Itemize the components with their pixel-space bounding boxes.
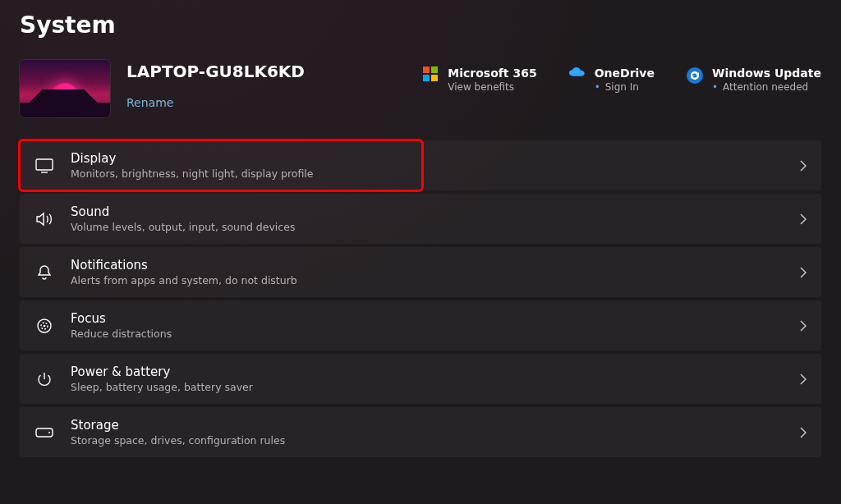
service-title: Microsoft 365	[448, 66, 536, 81]
settings-list: Display Monitors, brightness, night ligh…	[20, 140, 821, 457]
item-subtitle: Sleep, battery usage, battery saver	[71, 381, 253, 393]
settings-item-display[interactable]: Display Monitors, brightness, night ligh…	[20, 140, 821, 190]
settings-item-power[interactable]: Power & battery Sleep, battery usage, ba…	[20, 354, 821, 404]
bell-icon	[34, 264, 54, 281]
device-block: LAPTOP-GU8LK6KD Rename	[20, 60, 305, 117]
chevron-right-icon	[800, 427, 807, 438]
item-subtitle: Monitors, brightness, night light, displ…	[71, 167, 313, 180]
header-row: LAPTOP-GU8LK6KD Rename Microsoft 365 Vie…	[20, 60, 821, 117]
item-subtitle: Reduce distractions	[71, 328, 172, 340]
item-subtitle: Storage space, drives, configuration rul…	[71, 434, 285, 447]
device-name: LAPTOP-GU8LK6KD	[126, 62, 305, 81]
page-title: System	[20, 11, 821, 39]
settings-item-storage[interactable]: Storage Storage space, drives, configura…	[20, 407, 821, 457]
service-onedrive[interactable]: OneDrive Sign In	[568, 66, 655, 94]
service-title: OneDrive	[595, 66, 655, 81]
onedrive-icon	[568, 66, 586, 80]
item-subtitle: Volume levels, output, input, sound devi…	[71, 221, 295, 233]
service-title: Windows Update	[712, 66, 821, 81]
service-subtitle: Attention needed	[712, 81, 821, 94]
chevron-right-icon	[800, 320, 807, 332]
storage-icon	[34, 428, 54, 438]
item-title: Sound	[71, 204, 295, 219]
microsoft-logo-icon	[421, 66, 439, 81]
device-wallpaper-thumbnail	[20, 60, 110, 117]
item-title: Storage	[71, 418, 285, 433]
item-title: Focus	[71, 311, 172, 326]
sound-icon	[34, 212, 54, 227]
rename-link[interactable]: Rename	[126, 96, 173, 109]
chevron-right-icon	[800, 160, 807, 172]
services-row: Microsoft 365 View benefits OneDrive Sig…	[421, 60, 821, 94]
svg-point-0	[687, 67, 703, 84]
service-subtitle: Sign In	[595, 81, 655, 94]
service-windows-update[interactable]: Windows Update Attention needed	[686, 66, 821, 94]
settings-item-focus[interactable]: Focus Reduce distractions	[20, 300, 821, 351]
settings-item-sound[interactable]: Sound Volume levels, output, input, soun…	[20, 194, 821, 244]
svg-rect-1	[36, 159, 53, 170]
display-icon	[34, 158, 54, 173]
windows-update-icon	[686, 66, 704, 85]
item-title: Power & battery	[71, 364, 253, 379]
focus-icon	[34, 318, 54, 334]
chevron-right-icon	[800, 373, 807, 385]
chevron-right-icon	[800, 213, 807, 225]
settings-item-notifications[interactable]: Notifications Alerts from apps and syste…	[20, 247, 821, 297]
item-title: Display	[71, 151, 313, 166]
power-icon	[34, 371, 54, 387]
service-subtitle: View benefits	[448, 81, 536, 94]
item-subtitle: Alerts from apps and system, do not dist…	[71, 274, 297, 286]
service-ms365[interactable]: Microsoft 365 View benefits	[421, 66, 536, 94]
chevron-right-icon	[800, 267, 807, 278]
item-title: Notifications	[71, 258, 297, 273]
svg-point-4	[44, 324, 46, 327]
svg-point-6	[48, 432, 50, 433]
